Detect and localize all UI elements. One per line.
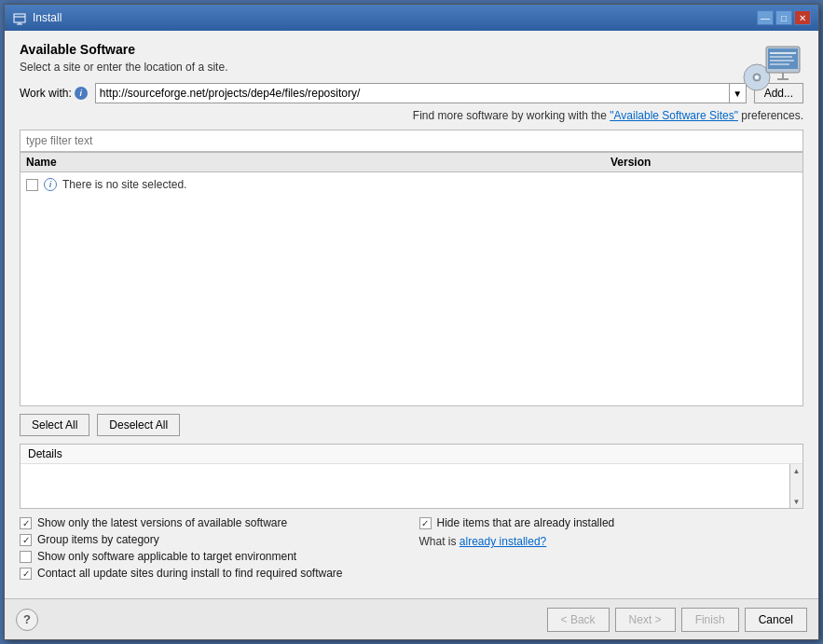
next-button[interactable]: Next > (615, 608, 676, 632)
option-label-3: Show only software applicable to target … (37, 550, 296, 563)
footer-right: < Back Next > Finish Cancel (547, 608, 807, 632)
select-all-button[interactable]: Select All (20, 414, 89, 436)
table-row: i There is no site selected. (26, 176, 797, 193)
install-window: Install — □ ✕ (4, 4, 819, 640)
row-checkbox[interactable] (26, 179, 38, 191)
work-with-row: Work with: i ▼ Add... (20, 83, 803, 103)
install-icon (12, 10, 27, 25)
options-col-left: Show only the latest versions of availab… (20, 516, 405, 580)
minimize-button[interactable]: — (757, 10, 774, 25)
find-more-text-before: Find more software by working with the (413, 109, 610, 122)
scrollbar-down-arrow[interactable]: ▼ (790, 495, 803, 508)
monitor-icon (738, 42, 803, 98)
option-label-4: Contact all update sites during install … (37, 567, 343, 580)
finish-button[interactable]: Finish (681, 608, 739, 632)
help-button[interactable]: ? (16, 609, 38, 631)
find-more-text-after: preferences. (738, 109, 803, 122)
option-row-3: Show only software applicable to target … (20, 550, 405, 563)
footer-left: ? (16, 609, 38, 631)
maximize-button[interactable]: □ (775, 10, 792, 25)
details-body: ▲ ▼ (21, 464, 802, 508)
details-section: Details ▲ ▼ (20, 444, 803, 509)
page-title: Available Software (20, 42, 803, 57)
option-label-5: Hide items that are already installed (437, 516, 615, 529)
option-checkbox-4[interactable] (20, 568, 32, 580)
titlebar: Install — □ ✕ (5, 5, 818, 31)
what-is-row: What is already installed? (419, 533, 804, 548)
column-header-name: Name (26, 156, 610, 169)
option-label-1: Show only the latest versions of availab… (37, 516, 287, 529)
window-title: Install (33, 11, 62, 24)
option-label-2: Group items by category (37, 533, 159, 546)
header-area: Available Software Select a site or ente… (20, 42, 803, 83)
details-scrollbar[interactable]: ▲ ▼ (789, 464, 802, 508)
scrollbar-up-arrow[interactable]: ▲ (790, 464, 803, 477)
row-text: There is no site selected. (62, 178, 186, 191)
selection-buttons-row: Select All Deselect All (20, 406, 803, 444)
table-body: i There is no site selected. (21, 172, 802, 405)
already-installed-link[interactable]: already installed? (460, 535, 546, 548)
option-row-1: Show only the latest versions of availab… (20, 516, 405, 529)
option-checkbox-1[interactable] (20, 517, 32, 529)
available-software-sites-link[interactable]: "Available Software Sites" (610, 109, 738, 122)
table-header: Name Version (21, 153, 802, 172)
column-header-version: Version (610, 156, 797, 169)
work-with-text: Work with: (20, 87, 72, 100)
back-button[interactable]: < Back (547, 608, 610, 632)
option-row-5: Hide items that are already installed (419, 516, 804, 529)
monitor-icon-area (738, 42, 803, 101)
row-info-icon: i (44, 178, 57, 191)
svg-point-6 (755, 75, 759, 79)
what-is-text: What is (419, 535, 460, 548)
svg-rect-8 (768, 48, 798, 69)
footer: ? < Back Next > Finish Cancel (5, 598, 818, 639)
svg-rect-0 (14, 14, 25, 22)
option-checkbox-2[interactable] (20, 534, 32, 546)
software-table: Name Version i There is no site selected… (20, 152, 803, 406)
find-more-row: Find more software by working with the "… (20, 109, 803, 122)
deselect-all-button[interactable]: Deselect All (97, 414, 180, 436)
option-checkbox-5[interactable] (419, 517, 432, 529)
options-section: Show only the latest versions of availab… (20, 516, 803, 580)
details-header: Details (21, 445, 802, 464)
option-row-4: Contact all update sites during install … (20, 567, 405, 580)
url-combo: ▼ (95, 83, 747, 103)
work-with-label: Work with: i (20, 87, 88, 100)
option-checkbox-3[interactable] (20, 551, 32, 563)
cancel-button[interactable]: Cancel (745, 608, 807, 632)
close-button[interactable]: ✕ (794, 10, 811, 25)
titlebar-left: Install (12, 10, 62, 25)
options-col-right: Hide items that are already installed Wh… (419, 516, 804, 580)
filter-input[interactable] (20, 130, 803, 152)
page-subtitle: Select a site or enter the location of a… (20, 61, 803, 74)
option-row-2: Group items by category (20, 533, 405, 546)
main-content: Available Software Select a site or ente… (5, 31, 818, 598)
work-with-info-icon: i (75, 87, 88, 100)
url-input[interactable] (95, 83, 730, 103)
titlebar-buttons: — □ ✕ (757, 10, 811, 25)
